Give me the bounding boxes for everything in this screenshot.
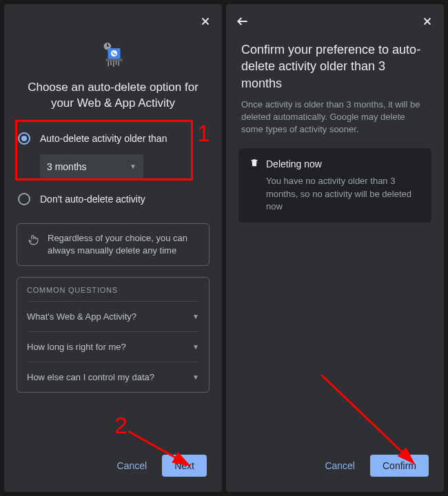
radio-label: Auto-delete activity older than [40, 133, 167, 144]
topbar [4, 4, 222, 34]
question-row[interactable]: What's Web & App Activity? ▼ [27, 301, 199, 331]
info-text: Regardless of your choice, you can alway… [48, 232, 199, 257]
page-title: Confirm your preference to auto-delete a… [226, 34, 444, 99]
back-arrow-icon[interactable] [234, 13, 251, 30]
radio-dont-delete[interactable]: Don't auto-delete activity [18, 187, 208, 211]
close-icon[interactable] [419, 13, 436, 30]
radio-checked-icon [18, 132, 30, 145]
deleting-head-text: Deleting now [266, 158, 322, 169]
panel-confirm: Confirm your preference to auto-delete a… [226, 4, 444, 492]
svg-rect-14 [119, 61, 120, 66]
radio-auto-delete[interactable]: Auto-delete activity older than [18, 127, 208, 150]
trash-icon [250, 158, 259, 169]
subtext: Once activity is older than 3 months, it… [226, 99, 444, 149]
hand-tap-icon [27, 234, 39, 257]
cancel-button[interactable]: Cancel [109, 455, 156, 477]
common-questions-section: COMMON QUESTIONS What's Web & App Activi… [17, 277, 210, 393]
panel-auto-delete-options: Choose an auto-delete option for your We… [4, 4, 222, 492]
question-text: How else can I control my data? [27, 372, 154, 382]
deleting-head: Deleting now [250, 158, 420, 169]
cancel-button[interactable]: Cancel [316, 455, 363, 477]
deleting-body-text: You have no activity older than 3 months… [250, 175, 420, 213]
select-value: 3 months [47, 161, 87, 172]
footer-actions: Cancel Next [4, 442, 222, 492]
svg-point-8 [114, 54, 116, 55]
next-button[interactable]: Next [162, 455, 207, 477]
topbar [226, 4, 444, 34]
question-row[interactable]: How long is right for me? ▼ [27, 331, 199, 362]
chevron-down-icon: ▼ [192, 343, 199, 351]
caret-down-icon: ▼ [130, 163, 136, 170]
svg-rect-10 [108, 61, 110, 67]
confirm-button[interactable]: Confirm [370, 455, 429, 477]
deleting-now-card: Deleting now You have no activity older … [238, 148, 431, 223]
question-text: How long is right for me? [27, 342, 126, 352]
question-text: What's Web & App Activity? [27, 311, 136, 322]
svg-rect-9 [106, 59, 123, 61]
svg-rect-4 [107, 45, 109, 47]
chevron-down-icon: ▼ [192, 373, 199, 381]
hero-illustration [4, 40, 222, 73]
shredder-icon [96, 40, 130, 73]
svg-rect-11 [110, 61, 112, 65]
annotation-number: 2 [114, 412, 128, 439]
radio-label: Don't auto-delete activity [40, 194, 145, 205]
close-icon[interactable] [197, 13, 214, 30]
footer-actions: Cancel Confirm [226, 442, 444, 492]
section-header: COMMON QUESTIONS [27, 286, 199, 294]
info-card: Regardless of your choice, you can alway… [17, 223, 210, 266]
page-title: Choose an auto-delete option for your We… [4, 80, 222, 112]
duration-select[interactable]: 3 months ▼ [40, 154, 143, 180]
svg-rect-13 [116, 61, 117, 65]
svg-rect-12 [113, 61, 114, 67]
chevron-down-icon: ▼ [192, 313, 199, 320]
question-row[interactable]: How else can I control my data? ▼ [27, 362, 199, 392]
options-group: Auto-delete activity older than 3 months… [4, 124, 222, 216]
radio-unchecked-icon [18, 193, 30, 205]
